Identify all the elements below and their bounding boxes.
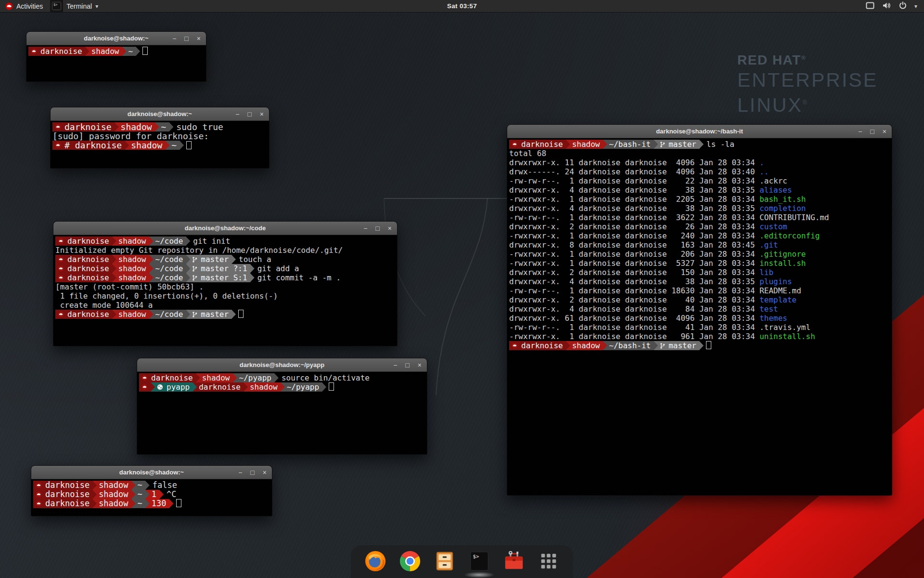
terminal-window[interactable]: darknoise@shadow:~−□×darknoiseshadow~sud… xyxy=(50,107,270,169)
ls-meta: drwxrwxr-x. 2 darknoise darknoise 26 Jan… xyxy=(509,222,759,231)
ls-meta: -rwxrwxr-x. 1 darknoise darknoise 5327 J… xyxy=(509,259,759,268)
ls-filename: .. xyxy=(759,167,769,176)
minimize-button[interactable]: − xyxy=(858,128,862,135)
ls-filename: README.md xyxy=(759,286,801,295)
terminal-content[interactable]: darknoiseshadow~/codegit initInitialized… xyxy=(53,235,397,346)
minimize-button[interactable]: − xyxy=(172,35,176,42)
ls-row: -rwxrwxr-x. 1 darknoise darknoise 2205 J… xyxy=(509,195,892,204)
dock-item-app-grid[interactable] xyxy=(538,550,560,572)
maximize-button[interactable]: □ xyxy=(184,35,188,42)
maximize-button[interactable]: □ xyxy=(247,111,251,118)
branch-icon xyxy=(192,265,197,272)
terminal-window[interactable]: darknoise@shadow:~−□×darknoiseshadow~fal… xyxy=(31,465,272,516)
dock-item-chrome[interactable] xyxy=(399,550,421,572)
prompt-segment: darknoise xyxy=(55,310,116,319)
maximize-button[interactable]: □ xyxy=(405,362,409,368)
close-button[interactable]: × xyxy=(197,35,201,42)
titlebar[interactable]: darknoise@shadow:~/pyapp−□× xyxy=(137,358,427,372)
minimize-button[interactable]: − xyxy=(238,469,242,476)
close-button[interactable]: × xyxy=(388,225,392,232)
power-icon[interactable] xyxy=(899,1,907,11)
terminal-window[interactable]: darknoise@shadow:~/bash-it−□×darknoisesh… xyxy=(507,124,892,496)
close-button[interactable]: × xyxy=(418,362,422,368)
ls-filename: plugins xyxy=(759,277,792,286)
terminal-cursor xyxy=(329,382,334,391)
activities-label: Activities xyxy=(16,2,43,10)
prompt-line: darknoiseshadow~/codemaster S:1git commi… xyxy=(55,273,397,282)
terminal-content[interactable]: darknoiseshadow~falsedarknoiseshadow~1^C… xyxy=(31,479,272,516)
titlebar[interactable]: darknoise@shadow:~−□× xyxy=(51,107,269,121)
command-text: git add a xyxy=(257,264,299,273)
app-menu[interactable]: $> Terminal ▾ xyxy=(48,0,103,12)
prompt-line: darknoiseshadow~/codegit init xyxy=(55,236,397,246)
window-title: darknoise@shadow:~ xyxy=(119,469,184,476)
ls-row: drwxrwxr-x. 2 darknoise darknoise 26 Jan… xyxy=(509,222,892,231)
segment-label: master S:1 xyxy=(201,273,247,282)
system-menu-chevron-icon[interactable]: ▾ xyxy=(914,3,917,10)
screen-icon[interactable] xyxy=(866,2,874,11)
minimize-button[interactable]: − xyxy=(393,362,397,368)
titlebar[interactable]: darknoise@shadow:~−□× xyxy=(26,32,206,45)
close-button[interactable]: × xyxy=(263,469,267,476)
app-grid-icon xyxy=(538,565,560,574)
prompt-segment: darknoise xyxy=(55,236,116,246)
segment-label: darknoise xyxy=(67,264,109,273)
maximize-button[interactable]: □ xyxy=(375,225,379,232)
minimize-button[interactable]: − xyxy=(363,225,367,232)
segment-label: shadow xyxy=(131,141,162,150)
activities-button[interactable]: Activities xyxy=(0,0,48,12)
close-button[interactable]: × xyxy=(883,128,886,135)
command-text: ^C xyxy=(167,489,176,499)
terminal-content[interactable]: darknoiseshadow~/pyappsource bin/activat… xyxy=(137,372,427,454)
branch-icon xyxy=(192,275,197,281)
terminal-content[interactable]: darknoiseshadow~sudo true[sudo] password… xyxy=(51,121,269,168)
ls-filename: .ackrc xyxy=(759,176,787,185)
ls-filename: aliases xyxy=(759,185,792,195)
dock: $> xyxy=(351,545,573,578)
prompt-segment: master S:1 xyxy=(186,273,254,282)
maximize-button[interactable]: □ xyxy=(870,128,874,135)
titlebar[interactable]: darknoise@shadow:~−□× xyxy=(31,466,272,479)
titlebar[interactable]: darknoise@shadow:~/code−□× xyxy=(53,222,397,235)
terminal-window[interactable]: darknoise@shadow:~/code−□×darknoiseshado… xyxy=(53,221,398,346)
maximize-button[interactable]: □ xyxy=(250,469,254,476)
terminal-window[interactable]: darknoise@shadow:~−□×darknoiseshadow~ xyxy=(26,31,206,82)
ls-row: drwxrwxr-x. 4 darknoise darknoise 38 Jan… xyxy=(509,277,892,286)
close-button[interactable]: × xyxy=(260,111,264,118)
titlebar[interactable]: darknoise@shadow:~/bash-it−□× xyxy=(507,125,892,138)
clock[interactable]: Sat 03:57 xyxy=(447,2,477,10)
desktop[interactable]: { "topbar": { "activities": "Activities"… xyxy=(0,0,924,578)
dock-item-files[interactable] xyxy=(434,550,456,572)
branch-icon xyxy=(192,311,197,318)
segment-label: shadow xyxy=(250,382,278,392)
dock-item-terminal[interactable]: $> xyxy=(468,550,490,572)
prompt-line: darknoiseshadow~false xyxy=(33,481,272,490)
volume-icon[interactable] xyxy=(882,2,891,11)
ls-filename: .git xyxy=(759,240,778,250)
redhat-icon xyxy=(141,384,148,390)
redhat-icon xyxy=(36,500,42,507)
ls-meta: -rw-rw-r--. 1 darknoise darknoise 41 Jan… xyxy=(509,323,759,332)
dock-item-toolbox[interactable] xyxy=(503,550,525,572)
terminal-content[interactable]: darknoiseshadow~/bash-itmasterls -latota… xyxy=(507,138,892,495)
ls-filename: themes xyxy=(759,314,787,323)
redhat-icon xyxy=(58,275,64,281)
terminal-content[interactable]: darknoiseshadow~ xyxy=(26,45,206,81)
prompt-segment: ~/pyapp xyxy=(281,382,326,392)
ls-meta: drwxrwxr-x. 4 darknoise darknoise 38 Jan… xyxy=(509,277,759,286)
terminal-window[interactable]: darknoise@shadow:~/pyapp−□×darknoiseshad… xyxy=(137,358,427,455)
prompt-segment: shadow xyxy=(92,499,135,508)
prompt-segment: master xyxy=(186,255,236,264)
segment-label: ~ xyxy=(171,141,177,150)
ls-row: -rw-rw-r--. 1 darknoise darknoise 3622 J… xyxy=(509,213,892,222)
dock-item-firefox[interactable] xyxy=(364,550,386,572)
segment-label: shadow xyxy=(91,47,119,56)
prompt-segment: ~/pyapp xyxy=(233,373,279,382)
prompt-segment: shadow xyxy=(112,264,154,273)
terminal-cursor xyxy=(142,47,148,55)
segment-label: darknoise xyxy=(199,382,241,392)
minimize-button[interactable]: − xyxy=(235,111,239,118)
ls-row: drwxrwxr-x. 61 darknoise darknoise 4096 … xyxy=(509,314,892,323)
prompt-segment: shadow xyxy=(244,382,285,392)
ls-filename: bash_it.sh xyxy=(759,195,806,204)
